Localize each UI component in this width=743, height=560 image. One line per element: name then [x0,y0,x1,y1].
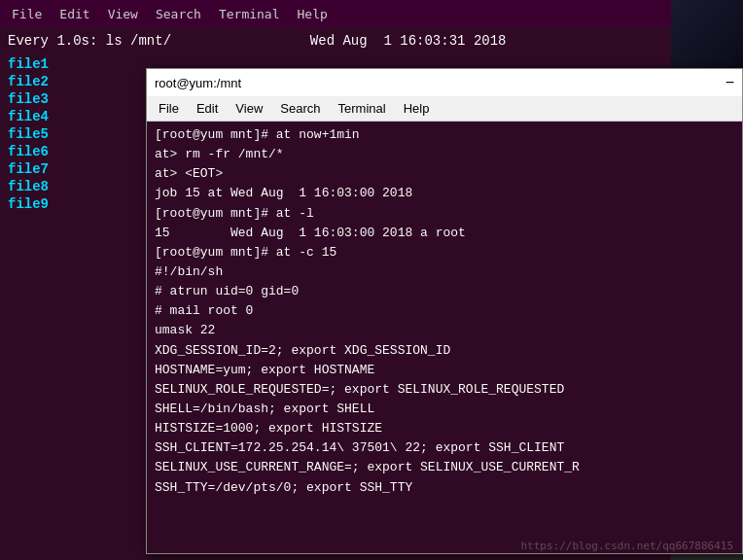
term-line: SSH_CLIENT=172.25.254.14\ 37501\ 22; exp… [155,438,734,458]
term-line: # mail root 0 [155,301,734,321]
inner-menu-search[interactable]: Search [272,99,328,118]
outer-menu-edit[interactable]: Edit [52,5,97,23]
term-line: at> rm -fr /mnt/* [155,145,734,164]
inner-titlebar: root@yum:/mnt − [147,69,742,96]
inner-menu-view[interactable]: View [228,99,270,118]
term-line: [root@yum mnt]# at -l [155,204,734,224]
outer-menu-file[interactable]: File [4,5,50,23]
inner-content: [root@yum mnt]# at now+1min at> rm -fr /… [147,122,742,553]
term-line: #!/bin/sh [155,262,734,282]
term-line: SHELL=/bin/bash; export SHELL [155,400,734,419]
term-line: # atrun uid=0 gid=0 [155,282,734,301]
outer-menu-help[interactable]: Help [290,5,336,23]
outer-menu-view[interactable]: View [100,5,146,23]
term-line: HISTSIZE=1000; export HISTSIZE [155,419,734,438]
inner-menu-help[interactable]: Help [396,99,438,118]
inner-menu-terminal[interactable]: Terminal [331,99,394,118]
term-line: [root@yum mnt]# at -c 15 [155,243,734,262]
dark-corner-image [671,0,743,68]
inner-menubar: File Edit View Search Terminal Help [147,96,742,122]
term-line: XDG_SESSION_ID=2; export XDG_SESSION_ID [155,341,734,361]
term-line: at> <EOT> [155,164,734,184]
inner-menu-file[interactable]: File [151,99,187,118]
inner-menu-edit[interactable]: Edit [189,99,226,118]
inner-terminal: root@yum:/mnt − File Edit View Search Te… [146,68,743,554]
outer-menu-terminal[interactable]: Terminal [211,5,288,23]
outer-menubar: File Edit View Search Terminal Help [0,0,671,27]
term-line: SELINUX_ROLE_REQUESTED=; export SELINUX_… [155,380,734,400]
term-line: HOSTNAME=yum; export HOSTNAME [155,361,734,380]
outer-menu-search[interactable]: Search [148,5,209,23]
close-button[interactable]: − [725,75,734,90]
inner-title: root@yum:/mnt [155,76,241,90]
term-line: umask 22 [155,321,734,340]
term-line: [root@yum mnt]# at now+1min [155,125,734,145]
term-line: job 15 at Wed Aug 1 16:03:00 2018 [155,184,734,203]
term-line: 15 Wed Aug 1 16:03:00 2018 a root [155,224,734,243]
term-line: SELINUX_USE_CURRENT_RANGE=; export SELIN… [155,458,734,477]
term-line: SSH_TTY=/dev/pts/0; export SSH_TTY [155,478,734,498]
watch-header: Every 1.0s: ls /mnt/ Wed Aug 1 16:03:31 … [8,33,663,49]
